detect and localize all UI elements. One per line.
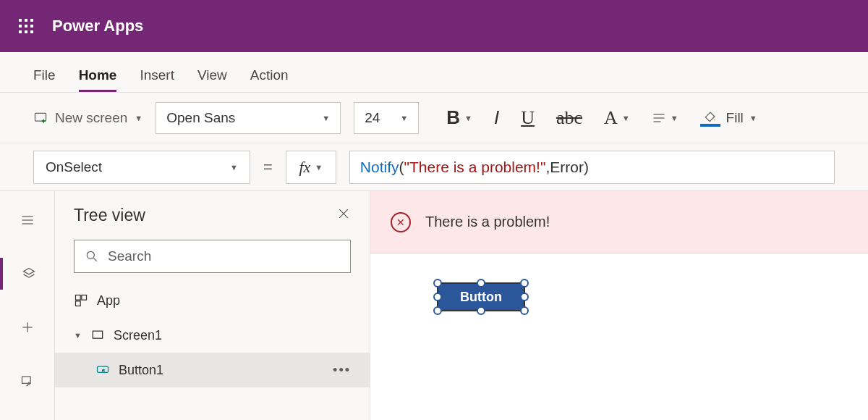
format-toolbar: New screen ▼ Open Sans ▼ 24 ▼ B▼ I U abc…: [0, 93, 868, 143]
selected-control[interactable]: Button: [437, 282, 525, 311]
menu-home[interactable]: Home: [79, 67, 117, 92]
panel-title: Tree view: [74, 206, 145, 225]
underline-button[interactable]: U: [521, 107, 535, 129]
font-size-value: 24: [365, 110, 380, 126]
fill-color-swatch: [700, 124, 720, 127]
resize-handle[interactable]: [520, 306, 529, 315]
more-options-button[interactable]: •••: [333, 363, 351, 378]
button-control[interactable]: Button: [437, 282, 525, 311]
search-placeholder: Search: [108, 248, 151, 264]
nav-rail: [0, 191, 55, 420]
new-screen-label: New screen: [55, 110, 127, 126]
svg-rect-8: [30, 30, 33, 33]
svg-rect-27: [93, 331, 102, 338]
font-family-select[interactable]: Open Sans ▼: [156, 102, 341, 134]
svg-rect-1: [25, 19, 27, 22]
chevron-down-icon: ▼: [322, 114, 330, 122]
canvas-area[interactable]: ✕ There is a problem! Button: [370, 191, 868, 420]
tree-node-screen1[interactable]: ▼ Screen1: [55, 318, 370, 353]
tree-node-label: Button1: [119, 363, 163, 378]
chevron-down-icon: ▼: [135, 114, 142, 122]
resize-handle[interactable]: [477, 279, 485, 287]
rail-media[interactable]: [0, 365, 54, 397]
new-screen-button[interactable]: New screen ▼: [33, 110, 142, 126]
fill-button[interactable]: Fill ▼: [700, 109, 757, 127]
svg-rect-24: [76, 295, 81, 301]
chevron-down-icon: ▼: [464, 114, 472, 122]
chevron-down-icon: ▼: [230, 163, 238, 172]
svg-rect-25: [82, 295, 87, 301]
equals-sign: =: [263, 158, 273, 177]
title-bar: Power Apps: [0, 0, 868, 52]
button-control-icon: [95, 363, 110, 377]
screen-icon: [90, 328, 105, 343]
button-text: Button: [460, 290, 502, 305]
rail-hamburger[interactable]: [0, 204, 54, 236]
chevron-down-icon: ▼: [749, 114, 757, 122]
rail-tree-view[interactable]: [0, 258, 54, 290]
svg-rect-6: [19, 30, 22, 33]
resize-handle[interactable]: [433, 293, 442, 301]
svg-marker-16: [23, 269, 34, 274]
app-icon: [74, 293, 88, 308]
menu-file[interactable]: File: [33, 67, 56, 92]
align-button[interactable]: ▼: [652, 111, 678, 125]
paint-bucket-icon: [703, 109, 718, 124]
search-input[interactable]: Search: [74, 240, 351, 273]
tree-node-button1[interactable]: Button1 •••: [55, 353, 370, 387]
tree-node-label: App: [97, 293, 120, 308]
close-icon: [336, 206, 351, 221]
font-color-button[interactable]: A ▼: [604, 109, 630, 127]
svg-rect-4: [25, 25, 27, 28]
italic-button[interactable]: I: [494, 106, 499, 129]
svg-rect-28: [98, 366, 109, 372]
menu-action[interactable]: Action: [250, 67, 289, 92]
app-title: Power Apps: [52, 17, 143, 35]
align-icon: [652, 111, 666, 125]
resize-handle[interactable]: [433, 306, 442, 315]
property-select[interactable]: OnSelect ▼: [33, 151, 250, 184]
svg-rect-26: [76, 301, 81, 306]
menu-insert[interactable]: Insert: [140, 67, 174, 92]
underline-icon: U: [521, 107, 535, 129]
layers-icon: [22, 266, 36, 281]
media-icon: [20, 374, 35, 388]
formula-bar: OnSelect ▼ = fx ▼ Notify( "There is a pr…: [0, 143, 868, 191]
tree-node-label: Screen1: [114, 328, 162, 343]
rail-insert[interactable]: [0, 311, 54, 343]
fx-button[interactable]: fx ▼: [286, 151, 336, 184]
chevron-down-icon: ▼: [671, 114, 678, 122]
resize-handle[interactable]: [477, 306, 485, 315]
strikethrough-button[interactable]: abc: [556, 107, 582, 129]
svg-rect-2: [30, 19, 33, 22]
formula-token-string: "There is a problem!": [404, 159, 546, 176]
font-size-select[interactable]: 24 ▼: [354, 102, 419, 134]
hamburger-icon: [20, 213, 35, 227]
formula-input[interactable]: Notify( "There is a problem!" , Error): [349, 151, 835, 184]
italic-icon: I: [494, 106, 499, 129]
plus-icon: [20, 320, 35, 335]
panel-close-button[interactable]: [336, 206, 351, 224]
menu-view[interactable]: View: [197, 67, 227, 92]
new-screen-icon: [33, 111, 48, 125]
tree-node-app[interactable]: App: [55, 283, 370, 318]
tree-list: App ▼ Screen1 Button1 •••: [55, 283, 370, 420]
property-value: OnSelect: [46, 159, 102, 175]
resize-handle[interactable]: [520, 293, 529, 301]
svg-rect-7: [25, 30, 27, 33]
resize-handle[interactable]: [433, 279, 442, 287]
fx-icon: fx: [299, 158, 310, 177]
resize-handle[interactable]: [520, 279, 529, 287]
fill-label: Fill: [726, 110, 744, 126]
svg-rect-5: [30, 25, 33, 28]
bold-button[interactable]: B▼: [446, 106, 472, 129]
error-icon: ✕: [391, 212, 411, 232]
chevron-down-icon: ▼: [400, 114, 408, 122]
chevron-down-icon: ▼: [74, 331, 82, 340]
tree-view-panel: Tree view Search App ▼ Screen1 Button1 •…: [55, 191, 370, 420]
svg-line-23: [94, 259, 97, 261]
svg-rect-9: [35, 113, 46, 121]
chevron-down-icon: ▼: [622, 114, 630, 122]
font-color-icon: A: [604, 109, 618, 127]
app-launcher-button[interactable]: [0, 19, 52, 33]
